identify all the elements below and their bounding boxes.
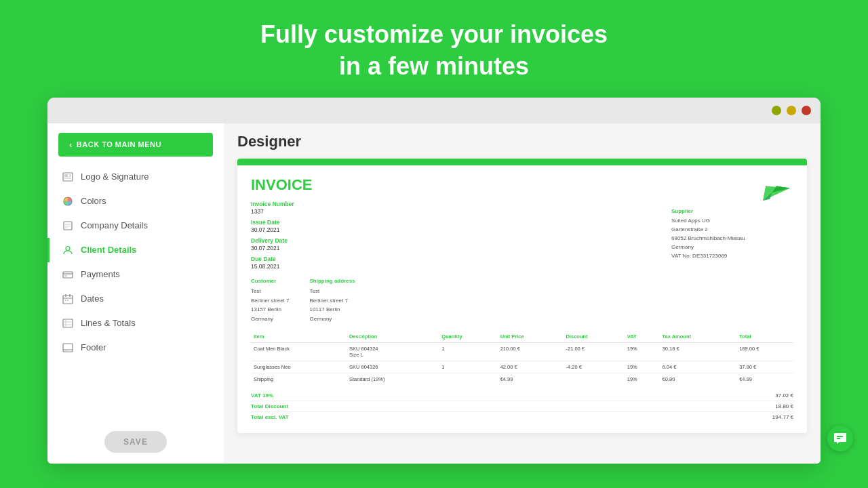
supplier-country: Germany [671, 243, 793, 252]
banner: Fully customize your invoices in a few m… [0, 0, 868, 98]
invoice-field-issue-date: Issue Date 30.07.2021 [251, 219, 671, 233]
shipping-zip-city: 10117 Berlin [309, 305, 355, 314]
shipping-country: Germany [309, 314, 355, 324]
title-bar [47, 98, 821, 123]
table-cell: Coat Men Black [251, 342, 347, 361]
sidebar-label-client-details: Client Details [81, 245, 136, 255]
chat-button[interactable] [827, 426, 853, 451]
sidebar-item-footer[interactable]: Footer [47, 336, 224, 360]
customer-zip-city: 13157 Berlin [251, 305, 289, 314]
table-cell: 210.00 € [498, 342, 564, 361]
traffic-light-green[interactable] [772, 106, 781, 115]
shipping-label: Shipping address [309, 277, 355, 286]
customer-country: Germany [251, 314, 289, 324]
col-unit-price: Unit Price [498, 331, 564, 343]
sidebar-item-client-details[interactable]: Client Details [47, 238, 224, 262]
col-tax-amount: Tax Amount [660, 331, 737, 343]
colors-icon [62, 195, 74, 207]
svg-rect-0 [63, 173, 73, 181]
table-cell: 37.80 € [736, 361, 793, 373]
table-cell: €0.80 [660, 373, 737, 385]
invoice-title: INVOICE [251, 176, 671, 194]
main-content: Designer INVOICE Invoice Number 1337 [224, 123, 821, 464]
table-cell [439, 373, 497, 385]
table-cell: -4.20 € [564, 361, 625, 373]
table-cell: 42.00 € [498, 361, 564, 373]
table-cell: 30.18 € [660, 342, 737, 361]
invoice-field-invoice-number: Invoice Number 1337 [251, 201, 671, 215]
logo-area [671, 176, 793, 203]
invoice-right: Supplier Suited Apps UG Gartenstraße 2 6… [671, 176, 793, 270]
table-row: Sunglasses NeoSKU 604326142.00 €-4.20 €1… [251, 361, 793, 373]
sidebar-item-payments[interactable]: Payments [47, 262, 224, 287]
sidebar-item-colors[interactable]: Colors [47, 189, 224, 214]
payments-icon [62, 268, 74, 281]
table-header-row: Item Description Quantity Unit Price Dis… [251, 331, 793, 343]
invoice-header-bar [237, 159, 807, 165]
svg-rect-13 [64, 275, 67, 277]
table-cell: 6.04 € [660, 361, 737, 373]
sidebar: ‹ BACK TO MAIN MENU [47, 123, 224, 464]
company-details-icon [62, 220, 74, 232]
table-cell: €4.99 [736, 373, 793, 385]
table-cell: SKU 604324 Size L [347, 342, 439, 361]
total-row: VAT 19%37.02 € [251, 390, 793, 401]
back-to-main-menu-button[interactable]: ‹ BACK TO MAIN MENU [58, 133, 213, 157]
sidebar-label-payments: Payments [81, 269, 120, 279]
table-row: ShippingStandard (19%)€4.9919%€0.80€4.99 [251, 373, 793, 385]
totals-section: VAT 19%37.02 €Total Discount18.80 €Total… [251, 390, 793, 422]
total-label: Total Discount [251, 403, 288, 409]
table-cell: 1 [439, 342, 497, 361]
logo-signature-icon [62, 171, 74, 183]
sidebar-item-lines-totals[interactable]: Lines & Totals [47, 311, 224, 336]
customer-name: Test [251, 287, 289, 296]
total-value: 18.80 € [775, 403, 793, 409]
supplier-vat: VAT No: DE331723069 [671, 252, 793, 261]
table-cell: -21.00 € [564, 342, 625, 361]
sidebar-label-footer: Footer [81, 342, 106, 352]
traffic-light-yellow[interactable] [787, 106, 796, 115]
svg-rect-20 [63, 319, 73, 327]
footer-icon [62, 342, 74, 354]
dates-icon [62, 293, 74, 305]
banner-title: Fully customize your invoices in a few m… [0, 19, 868, 83]
supplier-label: Supplier [671, 207, 793, 216]
table-cell: 19% [625, 342, 660, 361]
sidebar-label-logo-signature: Logo & Signature [81, 171, 149, 182]
banner-line1: Fully customize your invoices [260, 20, 608, 48]
sidebar-item-company-details[interactable]: Company Details [47, 214, 224, 238]
traffic-light-red[interactable] [802, 106, 811, 115]
col-description: Description [347, 331, 439, 343]
sidebar-nav: Logo & Signature [47, 165, 224, 426]
save-button[interactable]: SAVE [104, 431, 167, 453]
sidebar-label-colors: Colors [81, 196, 106, 206]
app-body: ‹ BACK TO MAIN MENU [47, 123, 821, 464]
table-cell: Shipping [251, 373, 347, 385]
svg-rect-1 [64, 174, 68, 177]
table-cell: 19% [625, 361, 660, 373]
invoice-body: INVOICE Invoice Number 1337 Issue Date 3… [237, 165, 807, 433]
sidebar-item-logo-signature[interactable]: Logo & Signature [47, 165, 224, 189]
client-details-icon [62, 244, 74, 256]
chevron-left-icon: ‹ [69, 140, 73, 150]
total-row: Total Discount18.80 € [251, 401, 793, 412]
table-cell: Sunglasses Neo [251, 361, 347, 373]
table-cell: €4.99 [498, 373, 564, 385]
svg-rect-11 [63, 272, 73, 278]
sidebar-label-company-details: Company Details [81, 220, 148, 230]
table-cell: SKU 604326 [347, 361, 439, 373]
supplier-zip-city: 68052 Bruchmühlbach-Miesau [671, 235, 793, 243]
table-cell: 189.00 € [736, 342, 793, 361]
logo-paper-plane [760, 176, 793, 203]
invoice-left: INVOICE Invoice Number 1337 Issue Date 3… [251, 176, 671, 270]
customer-shipping-row: Customer Test Berliner street 7 13157 Be… [251, 277, 793, 324]
total-value: 37.02 € [775, 392, 793, 399]
chat-icon [833, 432, 847, 445]
total-label: Total excl. VAT [251, 414, 289, 420]
sidebar-label-lines-totals: Lines & Totals [81, 318, 136, 328]
sidebar-item-dates[interactable]: Dates [47, 287, 224, 311]
sidebar-label-dates: Dates [81, 293, 104, 304]
table-cell: 19% [625, 373, 660, 385]
col-item: Item [251, 331, 347, 343]
total-label: VAT 19% [251, 392, 273, 399]
